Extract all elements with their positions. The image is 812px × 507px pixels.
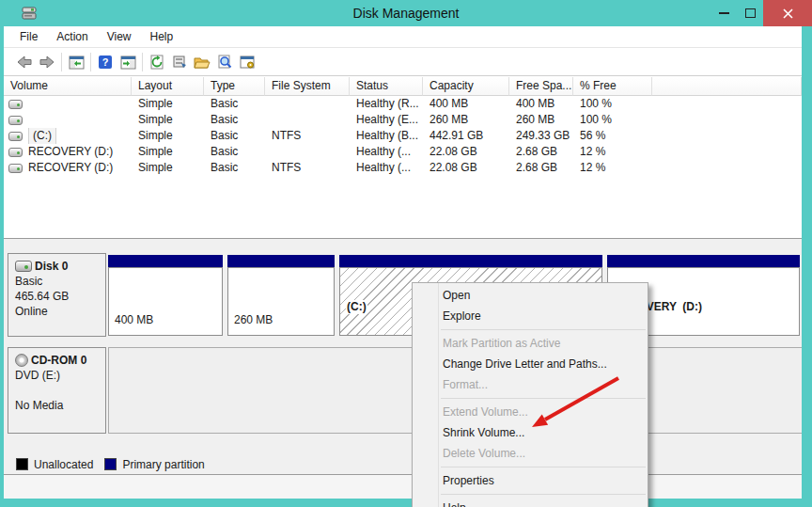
cdrom0-name: CD-ROM 0 <box>31 353 86 368</box>
volume-icon <box>8 148 23 157</box>
cell-capacity: 442.91 GB <box>423 128 509 144</box>
close-icon <box>783 8 793 19</box>
volume-table-header: Volume Layout Type File System Status Ca… <box>4 77 802 96</box>
volume-row-c[interactable]: (C:) Simple Basic NTFS Healthy (B... 442… <box>4 128 802 144</box>
column-header-volume[interactable]: Volume <box>4 77 132 96</box>
volume-icon <box>8 100 23 109</box>
cell-capacity: 260 MB <box>423 112 509 128</box>
partition-size: 260 MB <box>234 313 328 327</box>
cell-layout: Simple <box>132 112 204 128</box>
menu-item-help[interactable]: Help <box>413 498 648 507</box>
show-action-pane-icon[interactable] <box>117 51 139 73</box>
menu-item-change-drive-letter[interactable]: Change Drive Letter and Paths... <box>413 354 648 374</box>
cell-fs <box>265 96 350 112</box>
open-folder-icon[interactable] <box>191 51 213 73</box>
cell-status: Healthy (... <box>350 144 423 160</box>
partition-size: 400 MB <box>115 313 216 327</box>
refresh-icon[interactable] <box>146 51 168 73</box>
menu-separator <box>441 467 646 467</box>
disk0-info-box[interactable]: Disk 0 Basic 465.64 GB Online <box>8 253 106 337</box>
cell-free: 400 MB <box>509 96 573 112</box>
menu-item-shrink-volume[interactable]: Shrink Volume... <box>413 422 648 443</box>
cell-free: 2.68 GB <box>509 144 573 160</box>
show-console-tree-icon[interactable] <box>65 51 87 73</box>
console-settings-icon[interactable] <box>236 51 258 73</box>
partition-efi-260mb[interactable]: 260 MB Healthy (EFI System <box>227 255 335 336</box>
disk0-status: Online <box>15 304 99 319</box>
menu-view[interactable]: View <box>98 26 141 48</box>
back-icon[interactable] <box>13 51 36 73</box>
menu-item-delete-volume: Delete Volume... <box>413 443 648 464</box>
menu-help[interactable]: Help <box>141 26 183 48</box>
volume-name: RECOVERY (D:) <box>28 144 113 160</box>
menu-bar: File Action View Help <box>4 26 802 48</box>
legend-label: Primary partition <box>122 458 204 471</box>
context-menu: Open Explore Mark Partition as Active Ch… <box>412 282 648 507</box>
menu-action[interactable]: Action <box>47 26 97 48</box>
menu-item-open[interactable]: Open <box>413 285 648 306</box>
menu-separator <box>441 329 646 330</box>
volume-icon <box>8 164 23 173</box>
cell-type: Basic <box>204 160 265 176</box>
volume-row-1[interactable]: Simple Basic Healthy (E... 260 MB 260 MB… <box>4 112 802 128</box>
menu-item-format: Format... <box>413 374 648 395</box>
cell-pct-free: 12 % <box>573 144 652 160</box>
cell-pct-free: 100 % <box>573 96 652 112</box>
partition-recovery-400mb[interactable]: 400 MB Healthy (Recovery Pa <box>108 255 223 336</box>
disk0-type: Basic <box>15 274 99 289</box>
close-button[interactable] <box>763 0 812 26</box>
volume-row-recovery-2[interactable]: RECOVERY (D:) Simple Basic NTFS Healthy … <box>4 160 802 176</box>
column-header-capacity[interactable]: Capacity <box>423 77 509 96</box>
volume-name: RECOVERY (D:) <box>28 160 113 176</box>
cell-status: Healthy (B... <box>350 128 423 144</box>
menu-item-properties[interactable]: Properties <box>413 470 648 491</box>
unallocated-swatch <box>16 458 28 470</box>
title-bar: Disk Management <box>0 0 812 26</box>
cell-type: Basic <box>204 128 265 144</box>
cell-type: Basic <box>204 144 265 160</box>
help-icon[interactable]: ? <box>94 51 117 73</box>
cell-status: Healthy (E... <box>350 112 423 128</box>
cell-free: 2.68 GB <box>509 160 573 176</box>
partition-color-bar <box>607 255 800 267</box>
cell-pct-free: 12 % <box>573 160 652 176</box>
status-strip <box>4 474 802 499</box>
column-header-file-system[interactable]: File System <box>265 77 350 96</box>
menu-file[interactable]: File <box>10 26 47 48</box>
column-header-status[interactable]: Status <box>350 77 423 96</box>
minimize-button[interactable] <box>710 0 738 26</box>
maximize-button[interactable] <box>738 0 762 26</box>
column-header-layout[interactable]: Layout <box>132 77 204 96</box>
column-header-type[interactable]: Type <box>204 77 265 96</box>
volume-list-pane: Volume Layout Type File System Status Ca… <box>4 77 802 238</box>
partition-color-bar <box>339 255 602 267</box>
minimize-icon <box>719 12 729 14</box>
cell-status: Healthy (R... <box>350 96 423 112</box>
forward-icon[interactable] <box>36 51 58 73</box>
cell-fs: NTFS <box>265 160 350 176</box>
cell-fs <box>265 144 350 160</box>
menu-item-explore[interactable]: Explore <box>413 306 648 326</box>
volume-row-recovery-1[interactable]: RECOVERY (D:) Simple Basic Healthy (... … <box>4 144 802 160</box>
cell-capacity: 22.08 GB <box>423 144 509 160</box>
cell-fs <box>265 112 350 128</box>
toolbar-separator <box>142 53 143 71</box>
cell-type: Basic <box>204 96 265 112</box>
cell-free: 260 MB <box>509 112 573 128</box>
column-header-free-space[interactable]: Free Spa... <box>509 77 573 96</box>
cdrom0-info-box[interactable]: CD-ROM 0 DVD (E:) No Media <box>8 347 106 434</box>
disk-icon <box>15 261 32 272</box>
toolbar-separator <box>61 53 62 71</box>
volume-row-0[interactable]: Simple Basic Healthy (R... 400 MB 400 MB… <box>4 96 802 112</box>
volume-icon <box>8 116 23 125</box>
column-header-pct-free[interactable]: % Free <box>573 77 652 96</box>
toolbar-separator <box>90 53 91 71</box>
menu-item-extend-volume: Extend Volume... <box>413 402 648 422</box>
cd-icon <box>15 354 28 367</box>
view-icon[interactable] <box>213 51 236 73</box>
cell-fs: NTFS <box>265 128 350 144</box>
legend-label: Unallocated <box>34 458 93 471</box>
cell-status: Healthy (... <box>350 160 423 176</box>
disk-management-window: Disk Management File Action View Help <box>0 0 812 507</box>
disk-properties-icon[interactable] <box>168 51 191 73</box>
